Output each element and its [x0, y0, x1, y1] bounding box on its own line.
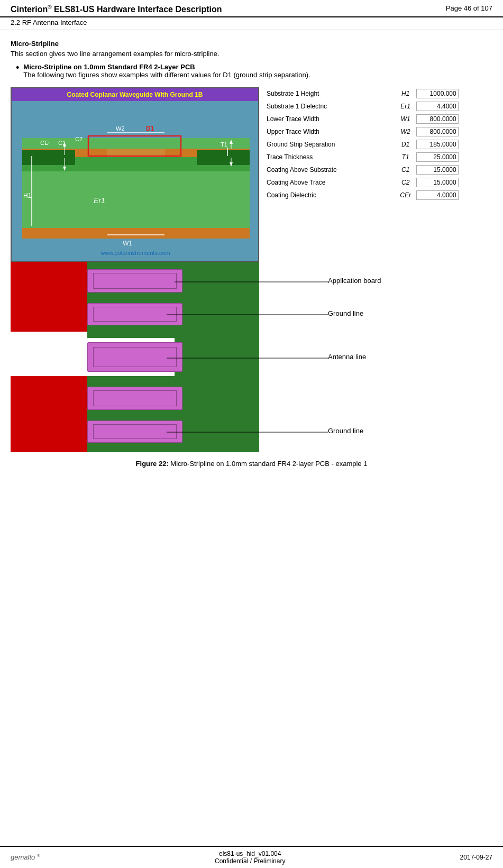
subheader: 2.2 RF Antenna Interface: [0, 17, 503, 30]
bullet-item: • Micro-Stripline on 1.0mm Standard FR4 …: [11, 63, 492, 79]
page-footer: gemalto ® els81-us_hid_v01.004 Confident…: [0, 846, 503, 868]
pcb-red-bottom2: [11, 421, 87, 452]
param-value-cell: [415, 163, 492, 176]
param-row: Trace Thickness T1: [264, 151, 492, 163]
label-antenna-line: Antenna line: [328, 353, 366, 361]
pcb-pink-bottom2: [87, 421, 182, 443]
pcb-red-top1: [11, 262, 87, 300]
param-label: Ground Strip Separation: [264, 138, 396, 151]
bullet-title: Micro-Stripline on 1.0mm Standard FR4 2-…: [23, 63, 310, 71]
param-row: Coating Dielectric CEr: [264, 189, 492, 202]
param-value-input[interactable]: [416, 102, 459, 111]
svg-text:CEr: CEr: [40, 140, 50, 146]
param-label: Substrate 1 Dielectric: [264, 100, 396, 113]
pcb-red-bottom1: [11, 382, 87, 421]
parameters-table: Substrate 1 Height H1 Substrate 1 Dielec…: [264, 87, 492, 202]
param-symbol: C1: [396, 163, 415, 176]
param-symbol: T1: [396, 151, 415, 163]
pcb-pink-top1: [87, 269, 182, 293]
svg-text:C2: C2: [75, 136, 83, 142]
param-symbol: Er1: [396, 100, 415, 113]
param-value-input[interactable]: [416, 114, 459, 124]
label-application-board: Application board: [328, 277, 381, 285]
product-text: ELS81-US Hardware Interface Description: [52, 5, 222, 14]
document-title: Cinterion® ELS81-US Hardware Interface D…: [11, 4, 222, 14]
pcb-pink-top2: [87, 303, 182, 325]
figure-label: Figure 22:: [136, 460, 169, 468]
param-value-cell: [415, 138, 492, 151]
param-table: Substrate 1 Height H1 Substrate 1 Dielec…: [259, 87, 492, 262]
section-title: Micro-Stripline: [11, 40, 492, 48]
pcb-white-gap1: [11, 332, 87, 338]
param-value-input[interactable]: [416, 165, 459, 175]
main-content: Micro-Stripline This section gives two l…: [0, 30, 503, 846]
pcb-red-top2: [11, 300, 87, 332]
page-number: Page 46 of 107: [446, 4, 492, 12]
figure-text: Micro-Stripline on 1.0mm standard FR4 2-…: [169, 460, 368, 468]
footer-filename: els81-us_hid_v01.004: [215, 850, 285, 857]
param-value-cell: [415, 151, 492, 163]
svg-text:W1: W1: [123, 240, 132, 247]
footer-classification: Confidential / Preliminary: [215, 857, 285, 865]
param-value-input[interactable]: [416, 190, 459, 200]
page-container: Cinterion® ELS81-US Hardware Interface D…: [0, 0, 503, 868]
reg-mark: ®: [48, 4, 51, 10]
svg-text:W2: W2: [116, 125, 125, 132]
param-value-cell: [415, 189, 492, 202]
param-value-input[interactable]: [416, 127, 459, 136]
param-row: Coating Above Substrate C1: [264, 163, 492, 176]
footer-center: els81-us_hid_v01.004 Confidential / Prel…: [215, 850, 285, 865]
bullet-content: Micro-Stripline on 1.0mm Standard FR4 2-…: [23, 63, 310, 79]
waveguide-diagram: Coated Coplanar Waveguide With Ground 1B: [11, 87, 259, 262]
param-value-cell: [415, 125, 492, 138]
param-symbol: W1: [396, 113, 415, 125]
page-header: Cinterion® ELS81-US Hardware Interface D…: [0, 0, 503, 17]
svg-text:Er1: Er1: [94, 196, 105, 205]
param-label: Coating Above Trace: [264, 176, 396, 189]
label-ground-line-top: Ground line: [328, 309, 363, 317]
svg-text:D1: D1: [146, 125, 154, 132]
param-symbol: CEr: [396, 189, 415, 202]
svg-text:T1: T1: [221, 141, 227, 148]
param-value-cell: [415, 176, 492, 189]
footer-date: 2017-09-27: [460, 854, 492, 861]
param-label: Upper Trace Width: [264, 125, 396, 138]
param-row: Upper Trace Width W2: [264, 125, 492, 138]
param-label: Substrate 1 Height: [264, 87, 396, 100]
param-row: Ground Strip Separation D1: [264, 138, 492, 151]
svg-rect-7: [197, 150, 250, 165]
footer-logo: gemalto ®: [11, 853, 40, 861]
bullet-dot: •: [16, 63, 19, 79]
svg-text:H1: H1: [23, 192, 32, 199]
svg-text:www.polarinstruments.com: www.polarinstruments.com: [100, 250, 170, 256]
param-label: Trace Thickness: [264, 151, 396, 163]
param-value-input[interactable]: [416, 89, 459, 98]
figure-caption: Figure 22: Micro-Stripline on 1.0mm stan…: [11, 458, 492, 470]
param-symbol: H1: [396, 87, 415, 100]
param-value-input[interactable]: [416, 152, 459, 162]
bullet-description: The following two figures show examples …: [23, 71, 310, 79]
param-label: Lower Trace Width: [264, 113, 396, 125]
pcb-pink-bottom1: [87, 387, 182, 410]
pcb-section: Application board Ground line Antenna li…: [11, 262, 492, 452]
label-ground-line-bottom: Ground line: [328, 427, 363, 435]
param-symbol: D1: [396, 138, 415, 151]
param-row: Coating Above Trace C2: [264, 176, 492, 189]
param-value-input[interactable]: [416, 178, 459, 187]
svg-rect-1: [22, 227, 250, 239]
param-label: Coating Above Substrate: [264, 163, 396, 176]
param-value-input[interactable]: [416, 140, 459, 149]
param-symbol: C2: [396, 176, 415, 189]
pcb-pink-antenna: [87, 342, 182, 372]
waveguide-svg: CEr C1 C2 W2 D1 T1 H1 Er1: [12, 105, 259, 261]
waveguide-title: Coated Coplanar Waveguide With Ground 1B: [12, 88, 258, 101]
param-row: Lower Trace Width W1: [264, 113, 492, 125]
param-value-cell: [415, 113, 492, 125]
title-text: Cinterion: [11, 5, 48, 14]
svg-rect-6: [22, 150, 75, 165]
param-value-cell: [415, 87, 492, 100]
svg-rect-2: [22, 169, 250, 228]
param-value-cell: [415, 100, 492, 113]
pcb-red-lower1: [11, 376, 87, 382]
param-label: Coating Dielectric: [264, 189, 396, 202]
